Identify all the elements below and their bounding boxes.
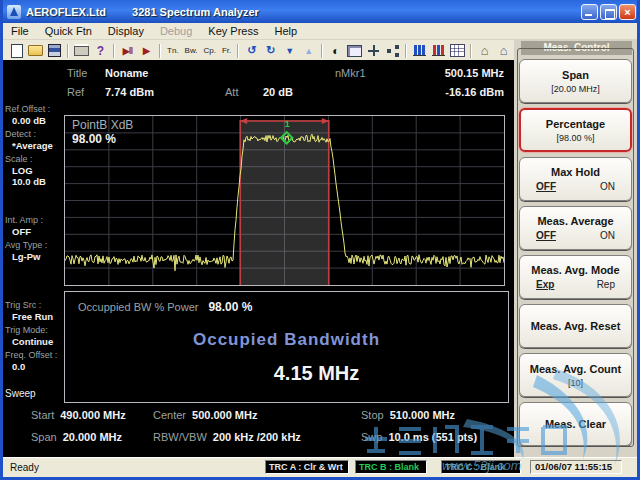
title-label: Title: [67, 67, 87, 79]
freq-swp: Swp10.0 ms (551 pts): [361, 431, 477, 443]
redo-icon[interactable]: ↻: [262, 43, 279, 59]
arrow-up-icon[interactable]: ▲: [300, 43, 317, 59]
setting-freq-offset: Freq. Offset :0.0: [5, 350, 65, 372]
title-bar[interactable]: AEROFLEX.Ltd 3281 Spectrum Analyzer ×: [0, 0, 640, 23]
freq-stop: Stop510.000 MHz: [361, 409, 455, 421]
undo-icon[interactable]: ↺: [243, 43, 260, 59]
toolbar: ? ▶‖ ▶ Tn.Bw.Cp.Fr. ↺ ↻ ▼ ▲ ◐ ⌂ ⌂ ?: [3, 41, 514, 60]
maximize-button[interactable]: [600, 4, 617, 20]
move-icon[interactable]: [365, 43, 382, 59]
setting-detect: Detect :*Average: [5, 129, 65, 151]
toolbar-button-tn[interactable]: Tn.: [165, 43, 181, 59]
marker-frequency: 500.15 MHz: [445, 67, 504, 79]
print-icon[interactable]: [73, 43, 90, 59]
setting-value: *Average: [5, 140, 65, 151]
button-label: Meas. Avg. Count: [530, 363, 621, 375]
max-hold-option-off[interactable]: OFF: [536, 181, 556, 192]
meas-clear-button[interactable]: Meas. Clear: [519, 402, 632, 446]
button-sub-value: [98.00 %]: [556, 133, 594, 143]
freq-value: 510.000 MHz: [390, 409, 455, 421]
setting-value: 0.0: [5, 361, 65, 372]
button-sub-value: [10]: [568, 378, 583, 388]
pause-sweep-icon[interactable]: ▶‖: [119, 43, 136, 59]
button-label: Meas. Average: [537, 215, 613, 227]
open-folder-icon[interactable]: [27, 43, 44, 59]
ref-value: 7.74 dBm: [105, 86, 154, 98]
meas-avg-reset-button[interactable]: Meas. Avg. Reset: [519, 304, 632, 348]
button-label: Percentage: [546, 118, 605, 130]
svg-text:1: 1: [285, 119, 290, 129]
meas-average-option-on[interactable]: ON: [600, 230, 615, 241]
ref-label: Ref: [67, 86, 84, 98]
multi-chart-icon[interactable]: [430, 43, 447, 59]
menu-item-quick-ftn[interactable]: Quick Ftn: [37, 24, 100, 38]
menu-item-display[interactable]: Display: [100, 24, 152, 38]
meas-average-option-off[interactable]: OFF: [536, 230, 556, 241]
toolbar-separator: [113, 44, 115, 58]
setting-label: Scale :: [5, 154, 65, 165]
minimize-button[interactable]: [581, 4, 598, 20]
freq-center: Center500.000 MHz: [153, 409, 257, 421]
home-alt-icon[interactable]: ⌂: [495, 43, 512, 59]
button-label: Meas. Avg. Mode: [531, 264, 619, 276]
freq-value: 20.000 MHz: [63, 431, 122, 443]
meas-avg-mode-option-exp[interactable]: Exp: [536, 279, 554, 290]
help-icon[interactable]: ?: [92, 43, 109, 59]
percentage-button[interactable]: Percentage[98.00 %]: [519, 108, 632, 152]
max-hold-button[interactable]: Max HoldOFFON: [519, 157, 632, 201]
toolbar-button-bw[interactable]: Bw.: [183, 43, 200, 59]
toolbar-separator: [67, 44, 69, 58]
span-button[interactable]: Span[20.00 MHz]: [519, 59, 632, 103]
toolbar-button-fr[interactable]: Fr.: [220, 43, 233, 59]
setting-label: Ref.Offset :: [5, 104, 65, 115]
meas-avg-count-button[interactable]: Meas. Avg. Count[10]: [519, 353, 632, 397]
setting-value: 0.00 dB: [5, 115, 65, 126]
button-label: Span: [562, 69, 589, 81]
new-file-icon[interactable]: [8, 43, 25, 59]
setting-sweep: Sweep: [5, 388, 65, 399]
setting-label: Detect :: [5, 129, 65, 140]
button-label: Max Hold: [551, 166, 600, 178]
setting-label: Avg Type :: [5, 240, 65, 251]
freq-label: Center: [153, 409, 186, 421]
share-nodes-icon[interactable]: [384, 43, 401, 59]
setting-scale: Scale :LOG10.0 dB: [5, 154, 65, 187]
meas-avg-mode-option-rep[interactable]: Rep: [597, 279, 615, 290]
bar-chart-icon[interactable]: [411, 43, 428, 59]
setting-label: Int. Amp :: [5, 215, 65, 226]
contrast-icon[interactable]: ◐: [327, 43, 344, 59]
table-grid-icon[interactable]: [449, 43, 466, 59]
trace-status-a: TRC A : Clr & Wrt: [265, 460, 349, 474]
zoom-region-icon[interactable]: [346, 43, 363, 59]
setting-ref-offset: Ref.Offset :0.00 dB: [5, 104, 65, 126]
toolbar-button-cp[interactable]: Cp.: [201, 43, 217, 59]
att-value: 20 dB: [263, 86, 293, 98]
run-sweep-icon[interactable]: ▶: [138, 43, 155, 59]
arrow-down-icon[interactable]: ▼: [281, 43, 298, 59]
max-hold-option-on[interactable]: ON: [600, 181, 615, 192]
menu-bar: FileQuick FtnDisplayDebugKey PressHelp: [3, 23, 637, 40]
setting-int-amp: Int. Amp :OFF: [5, 215, 65, 237]
freq-value: 490.000 MHz: [60, 409, 125, 421]
trace-status-b: TRC B : Blank: [355, 460, 427, 474]
freq-label: RBW/VBW: [153, 431, 207, 443]
meas-average-button[interactable]: Meas. AverageOFFON: [519, 206, 632, 250]
meas-control-panel: Meas. Control Span[20.00 MHz]Percentage[…: [514, 40, 637, 457]
status-bar: Ready TRC A : Clr & WrtTRC B : BlankTRC …: [3, 457, 637, 477]
setting-value: 10.0 dB: [5, 176, 65, 187]
datetime-display: 01/06/07 11:55:15: [530, 460, 622, 474]
meas-avg-mode-button[interactable]: Meas. Avg. ModeExpRep: [519, 255, 632, 299]
save-icon[interactable]: [46, 43, 63, 59]
setting-trig-mode: Trig Mode:Continue: [5, 325, 65, 347]
close-button[interactable]: ×: [619, 4, 636, 20]
toggle-row: ExpRep: [520, 279, 631, 290]
home-icon[interactable]: ⌂: [476, 43, 493, 59]
freq-value: 10.0 ms (551 pts): [388, 431, 477, 443]
menu-item-key-press[interactable]: Key Press: [200, 24, 266, 38]
menu-item-debug: Debug: [152, 24, 200, 38]
setting-label: Freq. Offset :: [5, 350, 65, 361]
freq-label: Stop: [361, 409, 384, 421]
menu-item-help[interactable]: Help: [266, 24, 305, 38]
menu-item-file[interactable]: File: [3, 24, 37, 38]
toolbar-separator: [321, 44, 323, 58]
